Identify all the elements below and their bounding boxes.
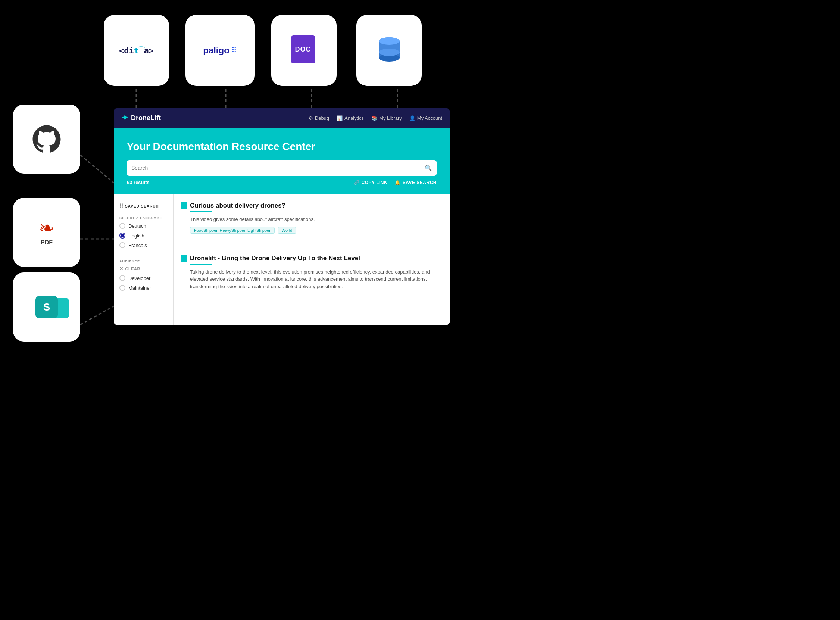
svg-point-13 [379, 48, 400, 56]
github-icon-card [13, 104, 80, 173]
search-bar: 🔍 [127, 160, 437, 176]
result-2-icon [181, 254, 187, 262]
developer-label: Developer [128, 275, 150, 281]
deutsch-radio[interactable] [119, 223, 125, 229]
tag-world[interactable]: World [278, 227, 297, 234]
result-1-title-row: Curious about delivery drones? [181, 202, 442, 209]
debug-icon: ⚙ [309, 115, 313, 121]
dita-icon-card: <dit͡a> [104, 15, 169, 86]
pdf-icon-card: ❧ PDF [13, 198, 80, 267]
language-option-deutsch[interactable]: Deutsch [119, 223, 168, 229]
result-2-description: Taking drone delivery to the next level,… [190, 268, 442, 290]
tag-shippers[interactable]: FoodShipper, HeavyShipper, LightShipper [190, 227, 275, 234]
navbar-links: ⚙ Debug 📊 Analytics 📚 My Library 👤 My Ac… [309, 115, 442, 121]
content-area: ⠿ SAVED SEARCH SELECT A LANGUAGE Deutsch… [114, 194, 450, 325]
bell-icon: 🔔 [395, 180, 401, 185]
result-1-title[interactable]: Curious about delivery drones? [190, 202, 286, 209]
database-icon-card [356, 15, 422, 86]
result-1-divider [190, 211, 212, 212]
result-1-description: This video gives some details about airc… [190, 216, 442, 223]
results-count: 63 results [127, 179, 354, 185]
language-radio-group: Deutsch English Français [114, 223, 173, 257]
english-label: English [128, 233, 144, 239]
library-icon: 📚 [371, 115, 377, 121]
search-input[interactable] [131, 165, 425, 171]
audience-section: ✕ CLEAR Developer Maintainer [114, 266, 173, 291]
search-icon: 🔍 [425, 165, 432, 172]
paligo-icon-card: paligo ⠿ [185, 15, 254, 86]
copy-link-button[interactable]: 🔗 COPY LINK [354, 180, 387, 185]
results-bar: 63 results 🔗 COPY LINK 🔔 SAVE SEARCH [127, 179, 437, 185]
navbar: ✦ DroneLift ⚙ Debug 📊 Analytics 📚 My Lib… [114, 108, 450, 128]
results-actions: 🔗 COPY LINK 🔔 SAVE SEARCH [354, 180, 437, 185]
svg-point-14 [32, 123, 62, 155]
result-1-icon [181, 202, 187, 209]
audience-option-developer[interactable]: Developer [119, 275, 168, 281]
my-library-link[interactable]: 📚 My Library [371, 115, 402, 121]
brand-name: DroneLift [131, 114, 161, 122]
maintainer-radio[interactable] [119, 285, 125, 291]
analytics-link[interactable]: 📊 Analytics [337, 115, 364, 121]
sharepoint-icon-card: S [13, 272, 80, 342]
save-search-button[interactable]: 🔔 SAVE SEARCH [395, 180, 437, 185]
clear-icon: ✕ [119, 266, 123, 271]
account-icon: 👤 [409, 115, 415, 121]
drag-icon: ⠿ [119, 203, 123, 209]
result-2-title[interactable]: Dronelift - Bring the Drone Delivery Up … [190, 254, 360, 262]
result-2-title-row: Dronelift - Bring the Drone Delivery Up … [181, 254, 442, 262]
browser-window: ✦ DroneLift ⚙ Debug 📊 Analytics 📚 My Lib… [114, 108, 450, 325]
main-content: Curious about delivery drones? This vide… [174, 194, 450, 325]
audience-section-title: AUDIENCE [114, 257, 173, 266]
result-card-2: Dronelift - Bring the Drone Delivery Up … [181, 254, 442, 304]
language-option-francais[interactable]: Français [119, 242, 168, 248]
language-section-title: SELECT A LANGUAGE [114, 216, 173, 223]
brand-icon: ✦ [121, 113, 128, 123]
result-card-1: Curious about delivery drones? This vide… [181, 202, 442, 243]
result-1-tags: FoodShipper, HeavyShipper, LightShipper … [190, 227, 442, 234]
audience-option-maintainer[interactable]: Maintainer [119, 285, 168, 291]
doc-icon-card: DOC [271, 15, 337, 86]
clear-button[interactable]: ✕ CLEAR [119, 266, 168, 271]
brand: ✦ DroneLift [121, 113, 309, 123]
francais-label: Français [128, 242, 147, 248]
maintainer-label: Maintainer [128, 285, 151, 291]
deutsch-label: Deutsch [128, 223, 146, 229]
saved-search-header[interactable]: ⠿ SAVED SEARCH [114, 200, 173, 212]
developer-radio[interactable] [119, 275, 125, 281]
result-2-divider [190, 264, 212, 265]
francais-radio[interactable] [119, 242, 125, 248]
copy-icon: 🔗 [354, 180, 360, 185]
analytics-icon: 📊 [337, 115, 343, 121]
sidebar: ⠿ SAVED SEARCH SELECT A LANGUAGE Deutsch… [114, 194, 174, 325]
english-radio[interactable] [119, 233, 125, 239]
audience-radio-group: Developer Maintainer [119, 275, 168, 291]
hero-section: Your Documentation Resource Center 🔍 63 … [114, 128, 450, 194]
svg-point-12 [379, 37, 400, 45]
debug-link[interactable]: ⚙ Debug [309, 115, 329, 121]
hero-title: Your Documentation Resource Center [127, 141, 437, 153]
my-account-link[interactable]: 👤 My Account [409, 115, 442, 121]
language-option-english[interactable]: English [119, 233, 168, 239]
